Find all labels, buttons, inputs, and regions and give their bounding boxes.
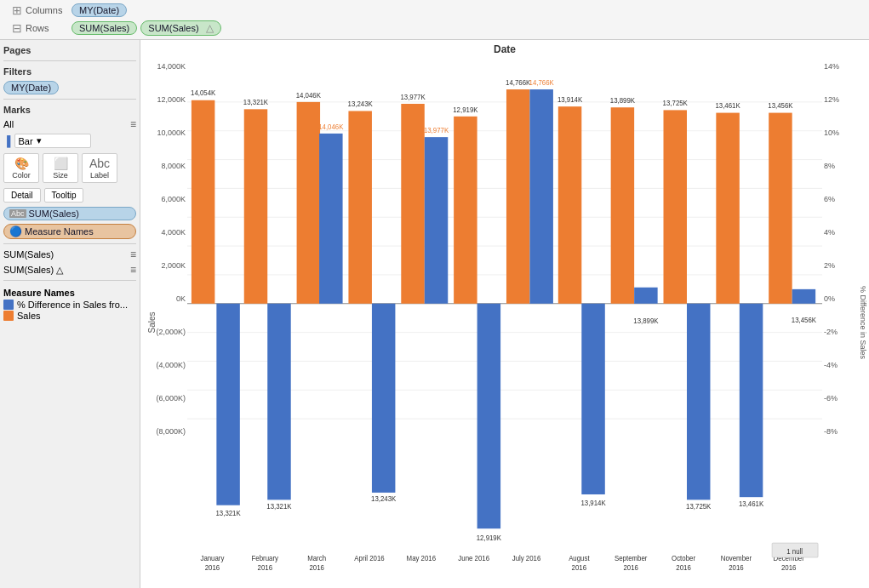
bar-apr-blue (372, 304, 395, 493)
size-icon: ⬜ (54, 157, 68, 170)
filter-date-pill[interactable]: MY(Date) (3, 81, 59, 94)
svg-text:13,456K: 13,456K (792, 317, 817, 324)
color-button[interactable]: 🎨 Color (3, 153, 39, 183)
sidebar: Pages Filters MY(Date) Marks All ≡ ▐ Bar… (0, 40, 140, 588)
label-icon: Abc (89, 157, 110, 170)
svg-text:2016: 2016 (572, 564, 587, 572)
svg-text:13,899K: 13,899K (610, 97, 636, 105)
legend-color-orange (3, 311, 14, 321)
svg-text:13,914K: 13,914K (580, 499, 606, 506)
svg-text:14,766K: 14,766K (506, 79, 531, 87)
detail-button[interactable]: Detail (3, 188, 41, 203)
y-axis-left: Sales 14,000K 12,000K 10,000K 8,000K 6,0… (140, 57, 187, 588)
svg-text:14,054K: 14,054K (191, 89, 216, 97)
svg-text:13,977K: 13,977K (424, 127, 449, 134)
bar-aug-orange (558, 106, 581, 304)
svg-text:April 2016: April 2016 (354, 555, 385, 562)
legend-item-orange: Sales (3, 311, 136, 321)
svg-text:13,243K: 13,243K (348, 100, 374, 108)
sum-sales-label-1: SUM(Sales) (3, 249, 54, 260)
bar-jan-blue (216, 304, 239, 505)
sum-sales-icon-2: ≡ (130, 264, 136, 276)
legend-title: Measure Names (3, 288, 136, 298)
chart-inner: 14,054K 13,321K 13,321K 13,321K 14,046K … (187, 57, 822, 588)
bar-oct-orange (664, 110, 687, 303)
bar-jul-blue (529, 89, 552, 304)
dropdown-arrow: ▾ (37, 135, 42, 146)
bar-jun-blue (477, 304, 500, 528)
marks-section-title: Marks (3, 103, 136, 117)
measure-names-field[interactable]: 🔵 Measure Names (3, 224, 136, 239)
tooltip-button[interactable]: Tooltip (44, 188, 84, 203)
filters-divider (3, 99, 136, 100)
bar-may-blue (425, 137, 448, 304)
filters-section-title: Filters (3, 65, 136, 78)
marks-all-icon: ≡ (130, 118, 136, 130)
chart-type-label: Bar (19, 136, 33, 146)
svg-text:February: February (252, 555, 279, 562)
bar-nov-orange (716, 113, 739, 304)
svg-text:2016: 2016 (729, 564, 744, 572)
legend-divider (3, 280, 136, 281)
svg-text:12,919K: 12,919K (477, 534, 502, 542)
svg-text:13,321K: 13,321K (266, 503, 292, 511)
svg-text:13,461K: 13,461K (715, 102, 740, 110)
chart-type-row: ▐ Bar ▾ (3, 134, 136, 148)
size-button[interactable]: ⬜ Size (43, 153, 78, 183)
svg-text:13,914K: 13,914K (557, 96, 583, 104)
legend-color-blue (3, 300, 14, 310)
svg-text:September: September (615, 555, 648, 562)
color-icon: 🎨 (14, 157, 29, 170)
rows-row: ⊟ Rows SUM(Sales) SUM(Sales) △ (3, 19, 866, 37)
bar-sep-orange (611, 107, 634, 304)
bar-jul-orange (506, 89, 529, 304)
svg-text:2016: 2016 (258, 564, 273, 572)
bar-jan-orange (192, 100, 214, 304)
bar-mar-orange (297, 102, 320, 304)
detail-tooltip-row: Detail Tooltip (3, 188, 136, 203)
abc-icon: Abc (9, 209, 26, 218)
svg-text:October: October (672, 555, 695, 562)
svg-text:13,456K: 13,456K (768, 102, 793, 110)
svg-text:14,766K: 14,766K (529, 79, 555, 87)
svg-text:2016: 2016 (309, 564, 324, 572)
columns-pill[interactable]: MY(Date) (71, 3, 127, 17)
bar-dec-blue (792, 289, 815, 304)
bar-apr-orange (348, 111, 371, 303)
label-button[interactable]: Abc Label (82, 153, 117, 183)
chart-wrapper: Sales 14,000K 12,000K 10,000K 8,000K 6,0… (140, 57, 869, 588)
chart-svg: 14,054K 13,321K 13,321K 13,321K 14,046K … (187, 57, 822, 588)
rows-label: ⊟ Rows (12, 21, 71, 35)
svg-text:July 2016: July 2016 (512, 555, 541, 562)
pages-section-title: Pages (3, 43, 136, 57)
svg-text:May 2016: May 2016 (407, 555, 437, 562)
sum-sales-field[interactable]: Abc SUM(Sales) (3, 207, 136, 220)
pages-divider (3, 60, 136, 61)
chart-type-select[interactable]: Bar ▾ (14, 134, 91, 148)
bar-oct-blue (687, 304, 710, 500)
svg-text:November: November (721, 555, 752, 562)
svg-text:13,977K: 13,977K (400, 93, 426, 100)
shelf-area: ⊞ Columns MY(Date) ⊟ Rows SUM(Sales) SUM… (0, 0, 869, 40)
bar-mar-blue (319, 134, 342, 304)
svg-text:14,046K: 14,046K (296, 91, 322, 99)
svg-text:August: August (569, 555, 590, 562)
svg-text:13,725K: 13,725K (663, 100, 689, 107)
legend-section: Measure Names % Difference in Sales fro.… (3, 288, 136, 322)
rows-pill-1[interactable]: SUM(Sales) (71, 21, 137, 35)
bar-dec-orange (769, 113, 792, 304)
chart-title: Date (140, 40, 869, 57)
sum-sales-icon-1: ≡ (130, 248, 136, 260)
svg-text:14,046K: 14,046K (318, 123, 344, 130)
svg-text:2016: 2016 (205, 564, 220, 572)
svg-text:13,321K: 13,321K (243, 99, 269, 106)
chart-area: Date Sales 14,000K 12,000K 10,000K 8,000… (140, 40, 869, 588)
svg-text:13,899K: 13,899K (633, 317, 659, 325)
svg-text:2016: 2016 (781, 564, 797, 572)
y-axis-right: % Difference in Sales 14% 12% 10% 8% 6% … (822, 57, 869, 588)
rows-pill-2[interactable]: SUM(Sales) △ (140, 20, 220, 36)
legend-label-blue: % Difference in Sales fro... (17, 300, 128, 310)
legend-item-blue: % Difference in Sales fro... (3, 300, 136, 310)
bar-feb-blue (267, 304, 290, 500)
bar-chart-icon: ▐ (3, 135, 11, 147)
